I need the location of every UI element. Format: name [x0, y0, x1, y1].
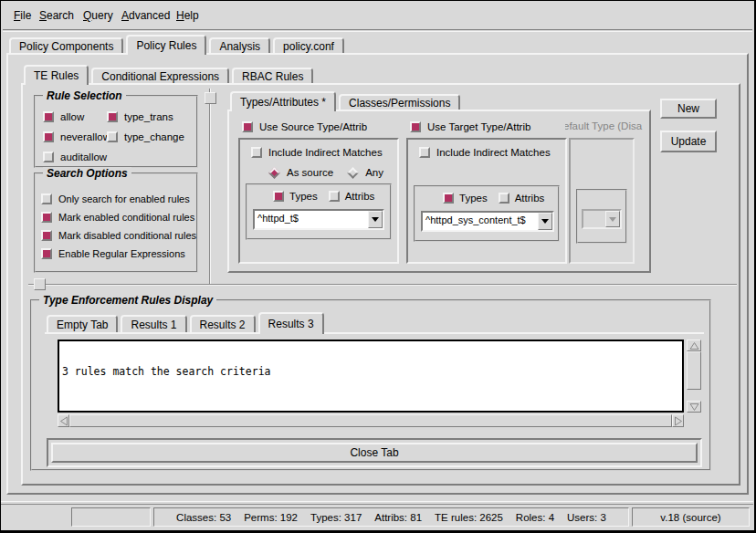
checkbox-indicator — [41, 193, 52, 204]
allow-checkbox[interactable]: allow — [43, 110, 84, 124]
source-attribs-checkbox[interactable]: Attribs — [329, 191, 375, 202]
stat-classes: Classes: 53 — [176, 512, 231, 523]
status-separator — [1, 501, 753, 505]
target-types-checkbox[interactable]: Types — [443, 193, 488, 204]
tab-results-1[interactable]: Results 1 — [121, 315, 186, 332]
default-type-combobox — [582, 209, 622, 229]
tab-policy-rules[interactable]: Policy Rules — [126, 35, 206, 55]
target-attribs-checkbox[interactable]: Attribs — [499, 193, 545, 204]
scroll-left-button[interactable] — [58, 414, 69, 427]
mark-enabled-checkbox[interactable]: Mark enabled conditional rules — [41, 210, 194, 225]
results-summary: 3 rules match the search criteria — [62, 366, 679, 378]
dropdown-arrow-icon — [372, 217, 379, 222]
status-cell-empty — [71, 507, 151, 527]
dropdown-arrow-button[interactable] — [538, 213, 552, 230]
use-target-checkbox[interactable]: Use Target Type/Attrib — [410, 120, 530, 134]
auditallow-checkbox[interactable]: auditallow — [43, 150, 107, 164]
checkbox-indicator — [107, 111, 118, 122]
checkbox-indicator — [329, 191, 340, 202]
menu-query[interactable]: Query — [79, 4, 117, 27]
as-source-radio[interactable]: As source — [268, 167, 333, 178]
tab-te-rules[interactable]: TE Rules — [24, 65, 89, 85]
source-types-checkbox[interactable]: Types — [273, 191, 318, 202]
use-source-checkbox[interactable]: Use Source Type/Attrib — [242, 120, 367, 134]
stat-roles: Roles: 4 — [516, 512, 554, 523]
dropdown-arrow-button — [605, 211, 620, 227]
checkbox-indicator — [499, 193, 509, 204]
tab-policy-conf[interactable]: policy.conf — [273, 37, 344, 53]
checkbox-indicator — [41, 212, 52, 223]
neverallow-checkbox[interactable]: neverallow — [43, 130, 110, 144]
dropdown-arrow-icon — [541, 219, 549, 224]
vertical-scroll-thumb[interactable] — [687, 351, 701, 390]
tab-results-3[interactable]: Results 3 — [258, 312, 324, 334]
source-types-row: Types Attribs — [273, 189, 374, 204]
default-type-label: efault Type (Disa — [565, 120, 649, 134]
scroll-right-button[interactable] — [672, 414, 684, 427]
scroll-up-button[interactable] — [687, 340, 701, 351]
update-button[interactable]: Update — [660, 131, 717, 152]
menu-separator — [3, 29, 752, 32]
horizontal-sash-handle[interactable] — [34, 278, 46, 290]
any-radio[interactable]: Any — [346, 167, 383, 178]
status-cell-version: v.18 (source) — [632, 507, 750, 527]
rule-selection-title: Rule Selection — [43, 89, 126, 102]
source-indirect-checkbox[interactable]: Include Indirect Matches — [251, 145, 383, 160]
results-horizontal-scrollbar[interactable] — [58, 414, 684, 427]
scroll-trough[interactable] — [687, 390, 701, 401]
close-tab-frame: Close Tab — [47, 438, 702, 467]
menu-advanced[interactable]: Advanced — [118, 4, 173, 27]
horizontal-scroll-thumb[interactable] — [69, 414, 672, 427]
regex-checkbox[interactable]: Enable Regular Expressions — [41, 246, 185, 261]
vertical-sash-handle[interactable] — [205, 92, 216, 104]
tab-empty-tab[interactable]: Empty Tab — [47, 315, 118, 332]
results-tab-bar: Empty Tab Results 1 Results 2 Results 3 — [47, 312, 327, 334]
scroll-up-icon — [689, 341, 699, 350]
tab-conditional-expressions[interactable]: Conditional Expressions — [91, 68, 229, 83]
vertical-sash — [209, 89, 211, 286]
target-indirect-checkbox[interactable]: Include Indirect Matches — [419, 145, 551, 160]
type-change-checkbox[interactable]: type_change — [107, 130, 184, 144]
tab-results-2[interactable]: Results 2 — [190, 315, 256, 332]
tab-rbac-rules[interactable]: RBAC Rules — [232, 68, 313, 83]
scroll-left-icon — [59, 416, 68, 426]
menu-file[interactable]: File — [10, 4, 35, 27]
scroll-down-button[interactable] — [687, 401, 701, 413]
menu-help[interactable]: Help — [173, 4, 203, 27]
tab-types-attributes[interactable]: Types/Attributes * — [230, 91, 336, 111]
tab-classes-permissions[interactable]: Classes/Permissions — [339, 94, 460, 110]
tab-policy-components[interactable]: Policy Components — [9, 37, 123, 53]
source-type-combobox[interactable]: ^httpd_t$ — [253, 209, 384, 230]
stat-te-rules: TE rules: 2625 — [435, 512, 503, 523]
stat-types: Types: 317 — [310, 512, 362, 523]
radio-indicator — [347, 167, 359, 179]
mark-disabled-checkbox[interactable]: Mark disabled conditional rules — [41, 228, 196, 243]
dropdown-arrow-icon — [609, 217, 616, 222]
enabled-rules-checkbox[interactable]: Only search for enabled rules — [41, 192, 190, 206]
checkbox-indicator — [410, 121, 421, 132]
type-trans-checkbox[interactable]: type_trans — [107, 110, 173, 124]
checkbox-indicator — [419, 147, 430, 158]
checkbox-indicator — [251, 147, 262, 158]
policy-version: v.18 (source) — [660, 512, 720, 523]
stat-users: Users: 3 — [567, 512, 606, 523]
target-types-row: Types Attribs — [443, 191, 544, 205]
tab-analysis[interactable]: Analysis — [209, 37, 270, 53]
dropdown-arrow-button[interactable] — [368, 211, 383, 228]
results-vertical-scrollbar[interactable] — [687, 340, 701, 413]
horizontal-sash — [28, 284, 737, 286]
rules-tab-bar: TE Rules Conditional Expressions RBAC Ru… — [24, 65, 316, 85]
results-text-area[interactable]: 3 rules match the search criteria (5822)… — [58, 340, 684, 413]
new-button[interactable]: New — [660, 99, 717, 119]
source-radio-row: As source Any — [268, 165, 383, 180]
target-type-combobox[interactable]: ^httpd_sys_content_t$ — [421, 211, 554, 232]
radio-indicator — [268, 167, 280, 179]
checkbox-indicator — [43, 152, 54, 162]
checkbox-indicator — [107, 131, 118, 142]
close-tab-button[interactable]: Close Tab — [51, 443, 698, 463]
stat-attribs: Attribs: 81 — [374, 512, 422, 523]
menu-search[interactable]: Search — [36, 4, 78, 27]
types-attributes-tab-bar: Types/Attributes * Classes/Permissions — [230, 92, 463, 111]
search-options-title: Search Options — [43, 167, 131, 180]
scroll-down-icon — [689, 402, 699, 412]
